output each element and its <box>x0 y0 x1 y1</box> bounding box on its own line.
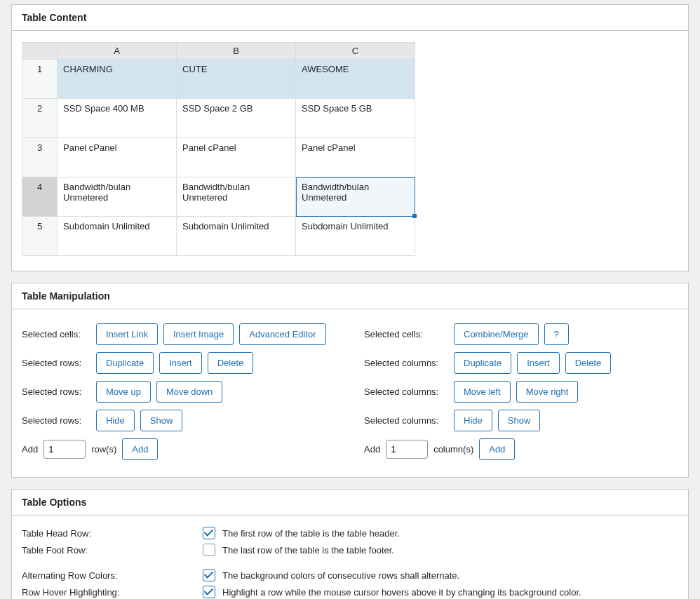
delete-rows-button[interactable]: Delete <box>208 352 254 374</box>
cell-c4[interactable]: Bandwidth/bulan Unmetered <box>296 177 415 217</box>
table-row: 4 Bandwidth/bulan Unmetered Bandwidth/bu… <box>22 177 415 217</box>
add-cols-prefix: Add <box>364 444 380 455</box>
cell-c1[interactable]: AWESOME <box>296 60 415 99</box>
table-options-title: Table Options <box>12 490 688 516</box>
row-header-5[interactable]: 5 <box>22 217 58 256</box>
foot-row-label: Table Foot Row: <box>22 545 196 556</box>
advanced-editor-button[interactable]: Advanced Editor <box>239 323 325 345</box>
add-cols-button[interactable]: Add <box>479 438 515 460</box>
selected-cols-label: Selected columns: <box>364 358 448 368</box>
table-manipulation-title: Table Manipulation <box>12 283 688 309</box>
table-manipulation-panel: Table Manipulation Selected cells: Inser… <box>11 283 689 478</box>
cell-b2[interactable]: SSD Space 2 GB <box>177 99 296 138</box>
foot-row-text: The last row of the table is the table f… <box>222 545 394 556</box>
alt-colors-label: Alternating Row Colors: <box>22 570 196 581</box>
table-options-panel: Table Options Table Head Row: The first … <box>11 489 689 599</box>
table-content-title: Table Content <box>12 5 688 31</box>
selected-cells-label-r: Selected cells: <box>364 329 448 339</box>
selected-rows-label-3: Selected rows: <box>22 415 90 426</box>
show-rows-button[interactable]: Show <box>140 410 183 431</box>
add-rows-suffix: row(s) <box>91 444 116 455</box>
alt-colors-checkbox[interactable] <box>203 569 215 581</box>
col-header-b[interactable]: B <box>177 43 296 60</box>
foot-row-checkbox[interactable] <box>203 544 215 556</box>
table-row: 3 Panel cPanel Panel cPanel Panel cPanel <box>22 138 415 177</box>
cell-a1[interactable]: CHARMING <box>58 60 177 99</box>
row-header-1[interactable]: 1 <box>22 60 58 99</box>
col-header-a[interactable]: A <box>58 43 177 60</box>
head-row-checkbox[interactable] <box>203 527 215 539</box>
insert-rows-button[interactable]: Insert <box>159 352 202 374</box>
manip-left-col: Selected cells: Insert Link Insert Image… <box>22 316 336 466</box>
hover-label: Row Hover Highlighting: <box>22 587 196 598</box>
corner-cell[interactable] <box>22 43 58 60</box>
insert-cols-button[interactable]: Insert <box>517 352 560 374</box>
hide-cols-button[interactable]: Hide <box>454 410 492 431</box>
row-header-3[interactable]: 3 <box>22 138 58 177</box>
cell-b4[interactable]: Bandwidth/bulan Unmetered <box>177 177 296 217</box>
cell-b5[interactable]: Subdomain Unlimited <box>177 217 296 256</box>
cell-c2[interactable]: SSD Space 5 GB <box>296 99 415 138</box>
cell-a2[interactable]: SSD Space 400 MB <box>58 99 177 138</box>
table-row: 5 Subdomain Unlimited Subdomain Unlimite… <box>22 217 415 256</box>
hover-text: Highlight a row while the mouse cursor h… <box>222 587 581 598</box>
move-up-button[interactable]: Move up <box>96 381 151 403</box>
table-row: 2 SSD Space 400 MB SSD Space 2 GB SSD Sp… <box>22 99 415 138</box>
row-header-4[interactable]: 4 <box>22 177 58 217</box>
head-row-label: Table Head Row: <box>22 528 196 539</box>
help-button[interactable]: ? <box>544 323 569 345</box>
selected-cells-label: Selected cells: <box>22 329 90 339</box>
selected-rows-label-2: Selected rows: <box>22 386 90 397</box>
alt-colors-text: The background colors of consecutive row… <box>222 570 459 581</box>
add-rows-input[interactable] <box>43 440 86 459</box>
table-content-body: A B C 1 CHARMING CUTE AWESOME 2 SSD Spac… <box>12 31 688 271</box>
hide-rows-button[interactable]: Hide <box>96 410 135 431</box>
selected-cols-label-3: Selected columns: <box>364 415 448 426</box>
add-cols-input[interactable] <box>386 440 428 459</box>
cell-a3[interactable]: Panel cPanel <box>58 138 177 177</box>
table-manipulation-body: Selected cells: Insert Link Insert Image… <box>12 309 688 477</box>
move-down-button[interactable]: Move down <box>156 381 222 403</box>
cell-a4[interactable]: Bandwidth/bulan Unmetered <box>58 177 177 217</box>
spreadsheet-table[interactable]: A B C 1 CHARMING CUTE AWESOME 2 SSD Spac… <box>22 42 415 256</box>
cell-b3[interactable]: Panel cPanel <box>177 138 296 177</box>
cell-c3[interactable]: Panel cPanel <box>296 138 415 177</box>
add-cols-suffix: column(s) <box>433 444 473 455</box>
move-right-button[interactable]: Move right <box>516 381 579 403</box>
table-content-panel: Table Content A B C 1 CHARMING CUTE <box>11 4 689 271</box>
duplicate-cols-button[interactable]: Duplicate <box>454 352 511 374</box>
head-row-text: The first row of the table is the table … <box>222 528 400 539</box>
cell-a5[interactable]: Subdomain Unlimited <box>58 217 177 256</box>
delete-cols-button[interactable]: Delete <box>565 352 612 374</box>
insert-image-button[interactable]: Insert Image <box>163 323 234 345</box>
add-rows-prefix: Add <box>22 444 38 455</box>
selected-cols-label-2: Selected columns: <box>364 386 448 397</box>
insert-link-button[interactable]: Insert Link <box>96 323 158 345</box>
row-header-2[interactable]: 2 <box>22 99 58 138</box>
show-cols-button[interactable]: Show <box>498 410 541 431</box>
cell-c5[interactable]: Subdomain Unlimited <box>296 217 415 256</box>
add-rows-button[interactable]: Add <box>122 438 158 460</box>
hover-checkbox[interactable] <box>203 586 215 598</box>
combine-merge-button[interactable]: Combine/Merge <box>454 323 539 345</box>
manip-right-col: Selected cells: Combine/Merge ? Selected… <box>364 316 678 466</box>
selected-rows-label: Selected rows: <box>22 358 90 368</box>
move-left-button[interactable]: Move left <box>454 381 511 403</box>
col-header-c[interactable]: C <box>296 43 415 60</box>
table-options-body: Table Head Row: The first row of the tab… <box>12 516 688 599</box>
cell-b1[interactable]: CUTE <box>177 60 296 99</box>
table-row: 1 CHARMING CUTE AWESOME <box>22 60 415 99</box>
duplicate-rows-button[interactable]: Duplicate <box>96 352 154 374</box>
